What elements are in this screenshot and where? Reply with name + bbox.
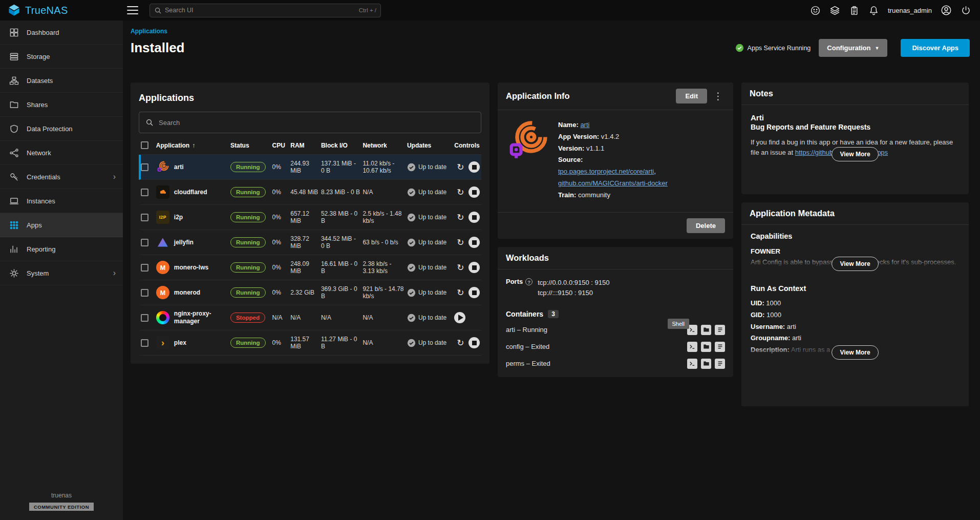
restart-button[interactable]: ↻ <box>454 286 466 299</box>
global-search-input[interactable] <box>165 7 356 14</box>
breadcrumb[interactable]: Applications <box>131 28 970 35</box>
controls-cell: ↻ <box>454 186 481 198</box>
col-status[interactable]: Status <box>230 142 272 149</box>
status-badge: Running <box>230 237 266 247</box>
up-to-date-icon <box>407 213 416 222</box>
logs-icon[interactable] <box>715 342 725 352</box>
restart-button[interactable]: ↻ <box>454 186 466 198</box>
row-checkbox[interactable] <box>141 163 148 171</box>
discover-apps-button[interactable]: Discover Apps <box>901 39 970 57</box>
sidebar-item-reporting[interactable]: Reporting <box>0 237 123 261</box>
table-row-arti[interactable]: arti Running 0% 244.93 MiB 137.31 MiB - … <box>139 155 481 180</box>
sidebar-item-apps[interactable]: Apps <box>0 213 123 237</box>
row-checkbox[interactable] <box>141 289 148 297</box>
user-avatar-icon[interactable] <box>940 4 952 16</box>
logs-icon[interactable] <box>715 325 725 335</box>
start-button[interactable] <box>454 312 465 323</box>
app-name: jellyfin <box>174 239 194 246</box>
updates-label: Up to date <box>418 339 446 346</box>
restart-button[interactable]: ↻ <box>454 211 466 223</box>
table-row-cloudflared[interactable]: cloudflared Running 0% 45.48 MiB 8.23 Mi… <box>139 180 481 205</box>
controls-cell: ↻ <box>454 161 481 173</box>
plex-app-icon: › <box>156 336 169 349</box>
source-link-2[interactable]: github.com/MAGICGrants/arti-docker <box>558 179 668 187</box>
notes-view-more-button[interactable]: View More <box>832 147 878 161</box>
sidebar-item-network[interactable]: Network <box>0 141 123 165</box>
sidebar-item-data-protection[interactable]: Data Protection <box>0 117 123 141</box>
select-all-checkbox[interactable] <box>141 141 148 149</box>
updates-cell: Up to date <box>407 238 454 247</box>
shell-icon[interactable] <box>687 342 697 352</box>
status-badge: Running <box>230 212 266 222</box>
apps-search-input[interactable] <box>159 119 475 127</box>
col-cpu[interactable]: CPU <box>272 142 290 149</box>
capabilities-view-more-button[interactable]: View More <box>832 257 878 271</box>
app-name: cloudflared <box>174 189 207 196</box>
ram-cell: 657.12 MiB <box>290 210 321 224</box>
stop-button[interactable] <box>468 262 480 273</box>
info-icon[interactable]: ? <box>525 278 532 285</box>
power-icon[interactable] <box>960 4 972 16</box>
kebab-menu-icon[interactable]: ⋮ <box>711 90 725 102</box>
monero-lws-app-icon: M <box>156 261 169 274</box>
sidebar-item-datasets[interactable]: Datasets <box>0 69 123 93</box>
restart-button[interactable]: ↻ <box>454 261 466 274</box>
restart-button[interactable]: ↻ <box>454 337 466 349</box>
folder-icon[interactable] <box>701 342 711 352</box>
source-link-1[interactable]: tpo.pages.torproject.net/core/arti <box>558 168 654 175</box>
update-layers-icon[interactable] <box>828 4 841 16</box>
sidebar-item-dashboard[interactable]: Dashboard <box>0 20 123 45</box>
stop-button[interactable] <box>468 337 480 348</box>
sidebar-item-instances[interactable]: Instances <box>0 189 123 213</box>
stop-button[interactable] <box>468 237 480 248</box>
stop-icon <box>472 290 477 295</box>
row-checkbox[interactable] <box>141 339 148 347</box>
table-row-nginx-proxy-manager[interactable]: nginx-proxy-manager Stopped N/A N/A N/A … <box>139 305 481 330</box>
folder-icon[interactable] <box>701 359 711 369</box>
run-as-view-more-button[interactable]: View More <box>832 345 878 360</box>
row-checkbox[interactable] <box>141 189 148 196</box>
stop-button[interactable] <box>468 212 480 223</box>
edit-button[interactable]: Edit <box>676 89 707 103</box>
sidebar-item-credentials[interactable]: Credentials › <box>0 165 123 189</box>
alerts-bell-icon[interactable] <box>867 4 880 16</box>
jobs-clipboard-icon[interactable] <box>848 4 860 16</box>
feedback-smiley-icon[interactable] <box>809 4 821 16</box>
table-row-i2p[interactable]: I2P i2p Running 0% 657.12 MiB 52.38 MiB … <box>139 205 481 230</box>
stop-button[interactable] <box>468 186 480 198</box>
apps-search[interactable] <box>139 112 481 133</box>
restart-button[interactable]: ↻ <box>454 161 466 173</box>
row-checkbox[interactable] <box>141 264 148 272</box>
logs-icon[interactable] <box>715 359 725 369</box>
sidebar-item-storage[interactable]: Storage <box>0 45 123 69</box>
logo[interactable]: TrueNAS <box>0 4 123 17</box>
field-source: Source: tpo.pages.torproject.net/core/ar… <box>558 154 725 189</box>
table-row-monero-lws[interactable]: M monero-lws Running 0% 248.09 MiB 16.61… <box>139 255 481 280</box>
configuration-button[interactable]: Configuration ▼ <box>819 39 887 57</box>
col-ram[interactable]: RAM <box>290 142 321 149</box>
col-network[interactable]: Network <box>363 142 407 149</box>
col-controls: Controls <box>454 142 481 149</box>
sidebar-item-label: Reporting <box>27 245 55 253</box>
col-application[interactable]: Application↑ <box>156 142 230 149</box>
folder-icon[interactable] <box>701 325 711 335</box>
col-updates[interactable]: Updates <box>407 142 454 149</box>
sidebar-item-label: Data Protection <box>27 125 73 133</box>
table-row-monerod[interactable]: M monerod Running 0% 2.32 GiB 369.3 GiB … <box>139 280 481 305</box>
shell-icon[interactable] <box>687 359 697 369</box>
stop-button[interactable] <box>468 287 480 298</box>
stop-button[interactable] <box>468 161 480 173</box>
global-search[interactable]: Ctrl + / <box>150 4 381 17</box>
col-block-io[interactable]: Block I/O <box>321 142 363 149</box>
menu-toggle-button[interactable] <box>127 6 138 14</box>
delete-button[interactable]: Delete <box>687 218 725 233</box>
row-checkbox[interactable] <box>141 314 148 322</box>
restart-button[interactable]: ↻ <box>454 236 466 248</box>
sidebar-item-system[interactable]: System › <box>0 261 123 285</box>
app-name-link[interactable]: arti <box>580 121 589 129</box>
sidebar-item-shares[interactable]: Shares <box>0 93 123 117</box>
table-row-jellyfin[interactable]: jellyfin Running 0% 328.72 MiB 344.52 Mi… <box>139 230 481 255</box>
row-checkbox[interactable] <box>141 214 148 221</box>
table-row-plex[interactable]: › plex Running 0% 131.57 MiB 11.27 MiB -… <box>139 330 481 356</box>
row-checkbox[interactable] <box>141 239 148 246</box>
